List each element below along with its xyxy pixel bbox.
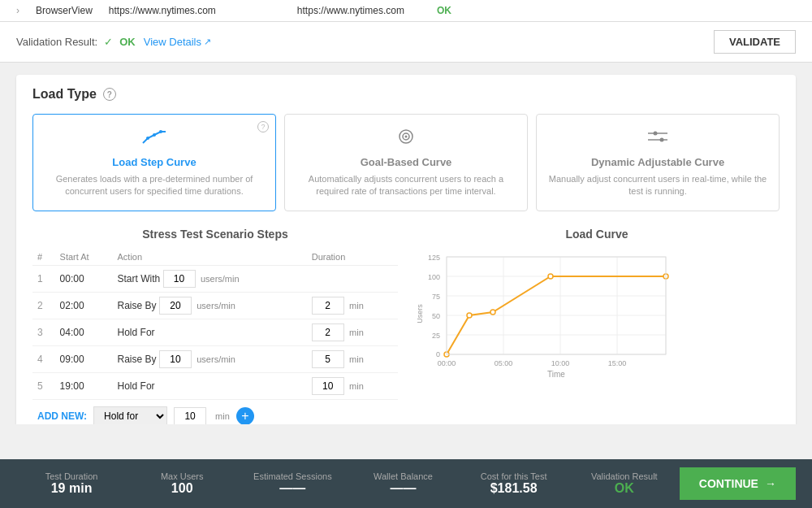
stat-test-duration: Test Duration 19 min	[16, 471, 127, 496]
chart-col: Load Curve	[414, 228, 780, 424]
svg-point-0	[146, 137, 149, 140]
stat-estimated-sessions-label: Estimated Sessions	[237, 471, 348, 481]
top-bar-url1: https://www.nytimes.com	[109, 5, 216, 16]
step-action: Hold For	[113, 319, 307, 345]
step-num: 1	[32, 265, 55, 292]
svg-text:25: 25	[432, 332, 440, 340]
step-duration	[307, 265, 398, 292]
load-type-card: Load Type ? ? Load Step Curve Generates …	[16, 75, 796, 424]
step-duration-input[interactable]	[312, 297, 344, 315]
svg-text:Users: Users	[416, 304, 424, 323]
bottom-bar: Test Duration 19 min Max Users 100 Estim…	[0, 459, 812, 508]
table-row: 5 19:00 Hold For min	[32, 372, 398, 399]
col-start: Start At	[55, 249, 113, 266]
svg-text:75: 75	[432, 293, 440, 301]
table-row: 1 00:00 Start With users/min	[32, 265, 398, 292]
view-details-link[interactable]: View Details	[144, 36, 201, 48]
check-icon: ✓	[104, 36, 113, 48]
step-value-input[interactable]	[163, 270, 196, 288]
step-start: 04:00	[55, 319, 113, 345]
svg-text:125: 125	[428, 254, 440, 262]
stat-cost-label: Cost for this Test	[459, 471, 569, 481]
stat-estimated-sessions: Estimated Sessions ——	[237, 471, 348, 496]
table-row: 4 09:00 Raise By users/min min	[32, 345, 398, 372]
top-bar: › BrowserView https://www.nytimes.com ht…	[0, 0, 812, 22]
curve-help-icon-1[interactable]: ?	[257, 121, 269, 132]
col-action: Action	[113, 249, 307, 266]
svg-text:50: 50	[432, 312, 440, 320]
table-row: 3 04:00 Hold For min	[32, 319, 398, 345]
two-col-section: Stress Test Scenario Steps # Start At Ac…	[32, 228, 780, 424]
curve-option-title-3: Dynamic Adjustable Curve	[545, 156, 771, 168]
stat-wallet-balance: Wallet Balance ——	[348, 471, 458, 496]
step-unit: users/min	[201, 274, 240, 284]
step-num: 3	[32, 319, 55, 345]
validation-bar: Validation Result: ✓ OK View Details ↗ V…	[0, 22, 812, 63]
step-action: Raise By users/min	[113, 292, 307, 319]
add-new-select[interactable]: Hold for Raise By Start With	[93, 406, 167, 424]
step-duration: min	[307, 319, 398, 345]
section-title: Load Type ?	[32, 87, 780, 102]
top-bar-chevron: ›	[16, 5, 19, 16]
step-unit: users/min	[197, 354, 235, 364]
stat-validation-label: Validation Result	[569, 471, 680, 481]
step-action: Hold For	[113, 372, 307, 399]
stat-cost: Cost for this Test $181.58	[459, 471, 569, 496]
curve-option-title-1: Load Step Curve	[41, 156, 267, 168]
step-duration-input[interactable]	[312, 377, 344, 395]
step-duration-input[interactable]	[312, 323, 344, 341]
svg-point-37	[490, 310, 495, 315]
step-num: 2	[32, 292, 55, 319]
step-action: Raise By users/min	[113, 345, 307, 372]
chart-title: Load Curve	[414, 228, 780, 241]
load-curve-chart: 125 100 75 50 25 0 00:00 05:00 10:00 15:…	[414, 249, 674, 379]
step-duration: min	[307, 292, 398, 319]
top-bar-url2: https://www.nytimes.com	[297, 5, 404, 16]
goal-based-icon	[293, 127, 519, 151]
stat-max-users-label: Max Users	[127, 471, 237, 481]
validate-button[interactable]: VALIDATE	[714, 30, 796, 54]
step-duration-input[interactable]	[312, 350, 344, 368]
step-duration-unit: min	[349, 354, 364, 364]
validation-ok: OK	[119, 36, 136, 48]
step-start: 09:00	[55, 345, 113, 372]
stat-estimated-sessions-value: ——	[237, 481, 348, 496]
curve-option-goal-based[interactable]: Goal-Based Curve Automatically adjusts c…	[284, 114, 528, 211]
step-duration: min	[307, 345, 398, 372]
col-num: #	[32, 249, 55, 266]
dynamic-icon	[545, 127, 771, 151]
curve-option-dynamic[interactable]: Dynamic Adjustable Curve Manually adjust…	[536, 114, 780, 211]
step-start: 02:00	[55, 292, 113, 319]
add-new-row: ADD NEW: Hold for Raise By Start With mi…	[32, 400, 398, 424]
continue-button[interactable]: CONTINUE →	[680, 467, 796, 500]
svg-point-36	[467, 313, 472, 318]
top-bar-col1: BrowserView	[36, 5, 93, 16]
stat-max-users-value: 100	[127, 481, 237, 496]
step-action: Start With users/min	[113, 265, 307, 292]
continue-label: CONTINUE	[699, 477, 758, 490]
svg-point-1	[153, 133, 156, 137]
stat-wallet-balance-value: ——	[348, 481, 458, 496]
stat-test-duration-value: 19 min	[16, 481, 127, 496]
add-new-button[interactable]: +	[236, 407, 254, 424]
step-duration: min	[307, 372, 398, 399]
load-type-help-icon[interactable]: ?	[103, 88, 116, 101]
stat-validation-value: OK	[569, 481, 680, 496]
stat-wallet-balance-label: Wallet Balance	[348, 471, 458, 481]
svg-text:10:00: 10:00	[551, 359, 570, 367]
stat-max-users: Max Users 100	[127, 471, 237, 496]
step-value-input[interactable]	[159, 350, 192, 368]
add-new-label: ADD NEW:	[37, 410, 87, 422]
validation-label: Validation Result:	[16, 36, 97, 48]
step-value-input[interactable]	[159, 297, 192, 315]
curve-options: ? Load Step Curve Generates loads with a…	[32, 114, 780, 211]
curve-option-desc-3: Manually adjust concurrent users in real…	[545, 173, 771, 198]
svg-text:05:00: 05:00	[495, 359, 513, 367]
step-num: 5	[32, 372, 55, 399]
curve-option-title-2: Goal-Based Curve	[293, 156, 519, 168]
stat-validation: Validation Result OK	[569, 471, 680, 496]
curve-option-load-step[interactable]: ? Load Step Curve Generates loads with a…	[32, 114, 276, 211]
add-new-input[interactable]	[174, 407, 206, 424]
svg-point-8	[654, 132, 658, 136]
load-type-title: Load Type	[32, 87, 97, 102]
